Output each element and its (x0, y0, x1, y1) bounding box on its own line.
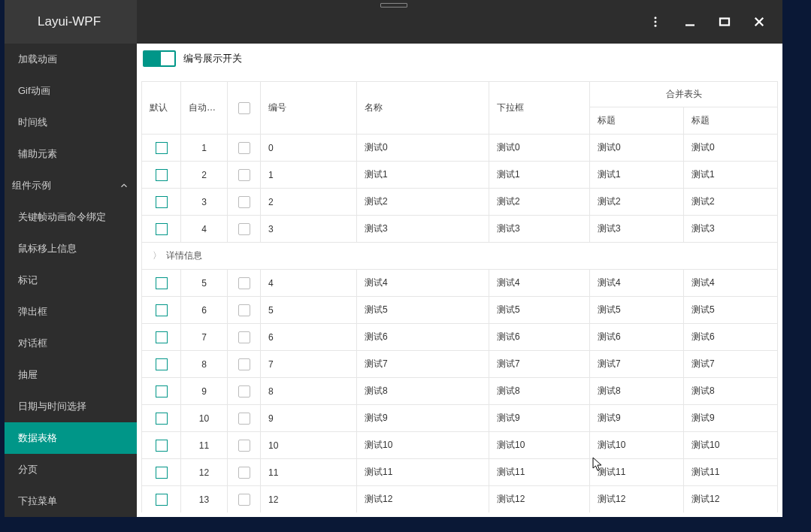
sidebar-item-14[interactable]: 下拉菜单 (5, 485, 137, 517)
row-id: 10 (261, 432, 357, 459)
row-h1: 测试0 (590, 135, 684, 162)
row-dropdown[interactable]: 测试3 (489, 216, 590, 243)
sidebar-item-6[interactable]: 鼠标移上信息 (5, 233, 137, 264)
id-display-switch[interactable] (143, 50, 176, 67)
row-checkbox-default[interactable] (142, 405, 181, 432)
sidebar-item-7[interactable]: 标记 (5, 264, 137, 296)
table-row[interactable]: 1312测试12测试12测试12测试12 (142, 486, 778, 513)
row-checkbox-default[interactable] (142, 378, 181, 405)
row-name: 测试2 (357, 189, 489, 216)
main-content: 编号展示开关 默认 自动索引 编号 名称 下拉框 合并表头 (137, 44, 782, 517)
table-row[interactable]: 1110测试10测试10测试10测试10 (142, 432, 778, 459)
sidebar-item-12[interactable]: 数据表格 (5, 422, 137, 454)
sidebar-item-5[interactable]: 关键帧动画命令绑定 (5, 201, 137, 233)
row-dropdown[interactable]: 测试1 (489, 162, 590, 189)
header-check-all[interactable] (228, 82, 261, 135)
sidebar-item-10[interactable]: 抽屉 (5, 359, 137, 391)
row-h2: 测试8 (684, 378, 778, 405)
row-checkbox-default[interactable] (142, 216, 181, 243)
row-checkbox[interactable] (228, 378, 261, 405)
sidebar-item-0[interactable]: 加载动画 (5, 44, 137, 75)
sidebar-item-2[interactable]: 时间线 (5, 107, 137, 138)
row-h1: 测试11 (590, 459, 684, 486)
table-row[interactable]: 43测试3测试3测试3测试3 (142, 216, 778, 243)
sidebar-item-label: Gif动画 (18, 84, 50, 98)
sidebar-item-11[interactable]: 日期与时间选择 (5, 391, 137, 422)
drag-handle[interactable] (380, 3, 407, 8)
svg-point-1 (655, 21, 657, 23)
row-name: 测试9 (357, 405, 489, 432)
row-checkbox-default[interactable] (142, 162, 181, 189)
minimize-button[interactable] (683, 15, 697, 29)
row-checkbox-default[interactable] (142, 459, 181, 486)
titlebar: Layui-WPF (5, 0, 782, 44)
table-row[interactable]: 87测试7测试7测试7测试7 (142, 351, 778, 378)
table-row[interactable]: 65测试5测试5测试5测试5 (142, 297, 778, 324)
row-checkbox[interactable] (228, 405, 261, 432)
detail-expand-row[interactable]: 〉详情信息 (142, 243, 778, 270)
row-checkbox[interactable] (228, 297, 261, 324)
sidebar-item-label: 下拉菜单 (18, 494, 57, 508)
row-checkbox[interactable] (228, 324, 261, 351)
sidebar-item-9[interactable]: 对话框 (5, 328, 137, 359)
row-dropdown[interactable]: 测试5 (489, 297, 590, 324)
row-name: 测试5 (357, 297, 489, 324)
row-checkbox[interactable] (228, 486, 261, 513)
row-dropdown[interactable]: 测试4 (489, 270, 590, 297)
row-auto-index: 13 (181, 486, 228, 513)
row-name: 测试7 (357, 351, 489, 378)
table-row[interactable]: 32测试2测试2测试2测试2 (142, 189, 778, 216)
table-container[interactable]: 默认 自动索引 编号 名称 下拉框 合并表头 标题 标题 (141, 81, 778, 512)
data-table: 默认 自动索引 编号 名称 下拉框 合并表头 标题 标题 (141, 81, 778, 512)
table-row[interactable]: 1211测试11测试11测试11测试11 (142, 459, 778, 486)
row-checkbox[interactable] (228, 351, 261, 378)
row-checkbox-default[interactable] (142, 432, 181, 459)
row-id: 1 (261, 162, 357, 189)
row-dropdown[interactable]: 测试0 (489, 135, 590, 162)
row-dropdown[interactable]: 测试10 (489, 432, 590, 459)
sidebar-item-1[interactable]: Gif动画 (5, 75, 137, 107)
table-row[interactable]: 54测试4测试4测试4测试4 (142, 270, 778, 297)
row-id: 12 (261, 486, 357, 513)
row-checkbox-default[interactable] (142, 324, 181, 351)
row-h1: 测试7 (590, 351, 684, 378)
table-row[interactable]: 10测试0测试0测试0测试0 (142, 135, 778, 162)
toolbar: 编号展示开关 (137, 44, 782, 74)
row-dropdown[interactable]: 测试9 (489, 405, 590, 432)
sidebar-item-3[interactable]: 辅助元素 (5, 138, 137, 170)
row-checkbox[interactable] (228, 216, 261, 243)
row-h2: 测试6 (684, 324, 778, 351)
row-h2: 测试2 (684, 189, 778, 216)
row-checkbox-default[interactable] (142, 135, 181, 162)
table-row[interactable]: 98测试8测试8测试8测试8 (142, 378, 778, 405)
table-row[interactable]: 109测试9测试9测试9测试9 (142, 405, 778, 432)
table-row[interactable]: 76测试6测试6测试6测试6 (142, 324, 778, 351)
row-dropdown[interactable]: 测试6 (489, 324, 590, 351)
row-checkbox[interactable] (228, 270, 261, 297)
row-auto-index: 8 (181, 351, 228, 378)
row-checkbox-default[interactable] (142, 351, 181, 378)
row-dropdown[interactable]: 测试11 (489, 459, 590, 486)
row-h1: 测试5 (590, 297, 684, 324)
row-h2: 测试3 (684, 216, 778, 243)
row-checkbox[interactable] (228, 459, 261, 486)
close-button[interactable] (752, 15, 766, 29)
row-dropdown[interactable]: 测试2 (489, 189, 590, 216)
row-checkbox-default[interactable] (142, 297, 181, 324)
row-checkbox[interactable] (228, 432, 261, 459)
sidebar-item-13[interactable]: 分页 (5, 454, 137, 485)
maximize-button[interactable] (718, 15, 731, 29)
row-checkbox-default[interactable] (142, 270, 181, 297)
row-dropdown[interactable]: 测试12 (489, 486, 590, 513)
row-checkbox-default[interactable] (142, 486, 181, 513)
table-row[interactable]: 21测试1测试1测试1测试1 (142, 162, 778, 189)
sidebar-item-4[interactable]: 组件示例 (5, 170, 137, 201)
more-icon[interactable] (649, 15, 662, 29)
sidebar-item-8[interactable]: 弹出框 (5, 296, 137, 328)
row-checkbox[interactable] (228, 135, 261, 162)
row-dropdown[interactable]: 测试7 (489, 351, 590, 378)
row-checkbox[interactable] (228, 162, 261, 189)
row-checkbox-default[interactable] (142, 189, 181, 216)
row-dropdown[interactable]: 测试8 (489, 378, 590, 405)
row-checkbox[interactable] (228, 189, 261, 216)
